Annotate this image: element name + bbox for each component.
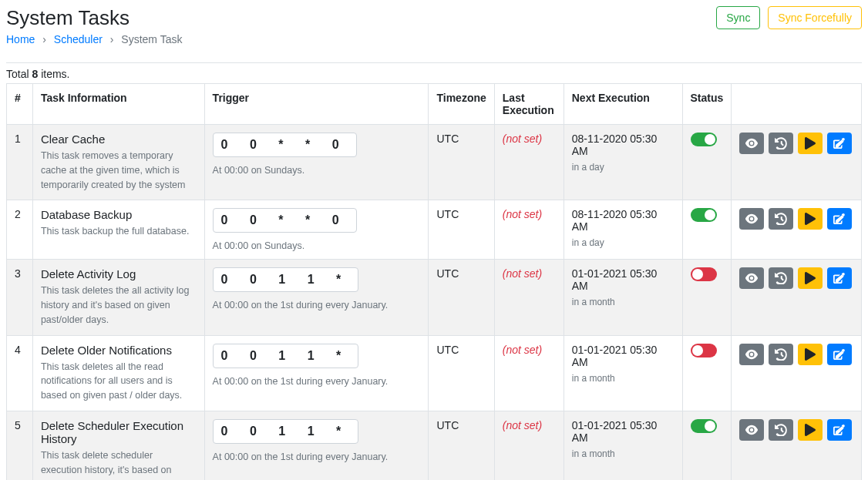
- view-button[interactable]: [739, 344, 764, 365]
- eye-icon: [745, 424, 758, 436]
- last-execution: (not set): [503, 133, 542, 145]
- sync-button[interactable]: Sync: [716, 6, 760, 29]
- play-icon: [804, 213, 816, 225]
- run-button[interactable]: [798, 208, 823, 230]
- last-execution: (not set): [503, 344, 542, 356]
- col-trigger: Trigger: [204, 84, 429, 125]
- table-row: 3 Delete Activity Log This task deletes …: [7, 260, 862, 335]
- status-toggle[interactable]: [691, 133, 717, 146]
- edit-icon: [833, 424, 846, 436]
- history-icon: [775, 272, 787, 284]
- breadcrumb-scheduler[interactable]: Scheduler: [54, 33, 103, 45]
- cron-expression: 0 0 * * 0: [213, 133, 357, 157]
- last-execution: (not set): [503, 267, 542, 280]
- view-button[interactable]: [739, 133, 764, 154]
- history-button[interactable]: [769, 133, 793, 154]
- task-name: Delete Scheduler Execution History: [41, 419, 197, 445]
- task-desc: This task deletes the all activity log h…: [41, 284, 197, 327]
- run-button[interactable]: [798, 267, 823, 289]
- next-execution-time: 01-01-2021 05:30 AM: [572, 419, 675, 444]
- row-num: 5: [7, 411, 33, 480]
- eye-icon: [745, 137, 758, 149]
- row-num: 2: [7, 200, 33, 260]
- edit-button[interactable]: [827, 208, 852, 230]
- next-execution-time: 01-01-2021 05:30 AM: [572, 344, 675, 368]
- col-num: #: [7, 84, 33, 125]
- next-execution-relative: in a month: [572, 373, 675, 384]
- tasks-table: # Task Information Trigger Timezone Last…: [6, 83, 862, 480]
- play-icon: [804, 348, 816, 361]
- next-execution-relative: in a day: [572, 237, 675, 248]
- row-num: 3: [7, 260, 33, 335]
- run-button[interactable]: [798, 133, 823, 154]
- eye-icon: [745, 213, 758, 225]
- timezone: UTC: [429, 335, 494, 411]
- col-actions: [732, 84, 862, 125]
- breadcrumb-home[interactable]: Home: [6, 33, 35, 45]
- cron-expression: 0 0 1 1 *: [213, 344, 359, 368]
- run-button[interactable]: [798, 344, 823, 365]
- view-button[interactable]: [739, 267, 764, 289]
- view-button[interactable]: [739, 419, 764, 441]
- history-icon: [775, 137, 787, 149]
- task-name: Delete Older Notifications: [41, 344, 197, 357]
- col-timezone: Timezone: [429, 84, 494, 125]
- status-toggle[interactable]: [691, 267, 717, 281]
- play-icon: [804, 137, 816, 149]
- breadcrumb-sep: ›: [42, 33, 46, 45]
- cron-desc: At 00:00 on Sundays.: [213, 165, 421, 176]
- task-name: Database Backup: [41, 208, 197, 221]
- table-row: 1 Clear Cache This task removes a tempor…: [7, 125, 862, 200]
- table-row: 4 Delete Older Notifications This task d…: [7, 335, 862, 411]
- timezone: UTC: [429, 411, 494, 480]
- next-execution-time: 08-11-2020 05:30 AM: [572, 208, 675, 233]
- run-button[interactable]: [798, 419, 823, 441]
- next-execution-relative: in a month: [572, 297, 675, 307]
- history-button[interactable]: [769, 267, 793, 289]
- next-execution-relative: in a month: [572, 448, 675, 459]
- cron-desc: At 00:00 on the 1st during every January…: [213, 376, 421, 387]
- edit-icon: [833, 272, 846, 284]
- col-status: Status: [682, 84, 732, 125]
- last-execution: (not set): [503, 419, 542, 431]
- table-row: 2 Database Backup This task backup the f…: [7, 200, 862, 260]
- edit-button[interactable]: [827, 419, 852, 441]
- page-title: System Tasks: [6, 6, 182, 30]
- timezone: UTC: [429, 260, 494, 335]
- divider: [6, 62, 862, 63]
- edit-icon: [833, 137, 846, 149]
- eye-icon: [745, 348, 758, 361]
- next-execution-time: 01-01-2021 05:30 AM: [572, 267, 675, 292]
- task-desc: This task backup the full database.: [41, 224, 197, 239]
- table-row: 5 Delete Scheduler Execution History Thi…: [7, 411, 862, 480]
- breadcrumb-sep: ›: [110, 33, 114, 45]
- task-desc: This task deletes all the read notificat…: [41, 360, 197, 403]
- history-button[interactable]: [769, 208, 793, 230]
- task-name: Delete Activity Log: [41, 267, 197, 280]
- history-icon: [775, 348, 787, 361]
- status-toggle[interactable]: [691, 208, 717, 222]
- row-num: 1: [7, 125, 33, 200]
- view-button[interactable]: [739, 208, 764, 230]
- history-button[interactable]: [769, 344, 793, 365]
- history-icon: [775, 424, 787, 436]
- last-execution: (not set): [503, 208, 542, 220]
- play-icon: [804, 272, 816, 284]
- history-button[interactable]: [769, 419, 793, 441]
- edit-button[interactable]: [827, 344, 852, 365]
- cron-expression: 0 0 1 1 *: [213, 267, 359, 292]
- breadcrumb-current: System Task: [121, 33, 182, 45]
- edit-icon: [833, 348, 846, 361]
- history-icon: [775, 213, 787, 225]
- cron-expression: 0 0 1 1 *: [213, 419, 359, 444]
- status-toggle[interactable]: [691, 419, 717, 433]
- play-icon: [804, 424, 816, 436]
- edit-button[interactable]: [827, 267, 852, 289]
- timezone: UTC: [429, 200, 494, 260]
- edit-button[interactable]: [827, 133, 852, 154]
- breadcrumb: Home › Scheduler › System Task: [6, 33, 182, 45]
- sync-forcefully-button[interactable]: Sync Forcefully: [768, 6, 862, 29]
- timezone: UTC: [429, 125, 494, 200]
- next-execution-time: 08-11-2020 05:30 AM: [572, 133, 675, 157]
- status-toggle[interactable]: [691, 344, 717, 357]
